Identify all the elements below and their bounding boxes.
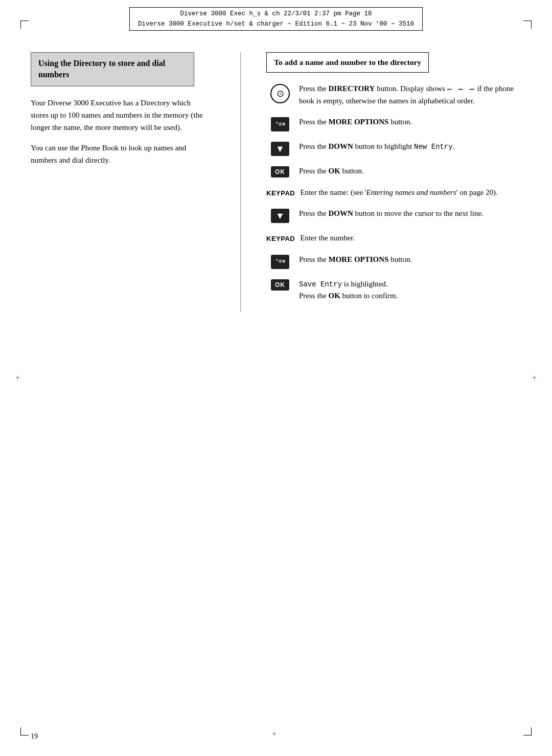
text-cell-8: Press the MORE OPTIONS button.: [299, 254, 521, 265]
instruction-row-8: '≡+ Press the MORE OPTIONS button.: [266, 254, 521, 269]
down-arrow-icon-1: ▼: [271, 142, 289, 156]
icon-cell-9: OK: [266, 278, 294, 291]
page-number: 19: [31, 732, 38, 741]
instruction-row-2: '≡+ Press the MORE OPTIONS button.: [266, 116, 521, 131]
dashes: — — —: [447, 83, 475, 95]
ok-icon-1: OK: [271, 166, 289, 177]
left-section-title: Using the Directory to store and dial nu…: [31, 52, 194, 86]
side-cross-left: +: [15, 373, 20, 383]
instruction-row-3: ▼ Press the DOWN button to highlight New…: [266, 141, 521, 156]
column-divider: [240, 52, 241, 312]
text-cell-3: Press the DOWN button to highlight New E…: [299, 141, 521, 153]
instruction-row-1: ⊙ Press the DIRECTORY button. Display sh…: [266, 83, 521, 107]
right-section-title: To add a name and number to the director…: [266, 52, 429, 73]
left-para2: You can use the Phone Book to look up na…: [31, 142, 210, 166]
corner-mark-tr: [523, 20, 532, 29]
left-para1: Your Diverse 3000 Executive has a Direct…: [31, 97, 210, 134]
corner-mark-bl: [20, 727, 29, 736]
icon-cell-8: '≡+: [266, 254, 294, 269]
text-cell-9: Save Entry is highlighted. Press the OK …: [299, 278, 521, 302]
more-options-icon-2: '≡+: [271, 255, 289, 269]
corner-mark-tl: [20, 20, 29, 29]
instruction-row-4: OK Press the OK button.: [266, 165, 521, 177]
text-cell-4: Press the OK button.: [299, 165, 521, 177]
down-arrow-icon-2: ▼: [271, 209, 289, 223]
text-cell-2: Press the MORE OPTIONS button.: [299, 116, 521, 128]
header-line1: Diverse 3000 Exec h_s & ch 22/3/01 2:37 …: [31, 7, 521, 32]
icon-cell-3: ▼: [266, 141, 294, 156]
italic-entering: Entering names and numbers: [366, 188, 456, 196]
icon-cell-5: KEYPAD: [266, 187, 295, 197]
bold-ok-2: OK: [329, 292, 340, 300]
instruction-row-9: OK Save Entry is highlighted. Press the …: [266, 278, 521, 302]
bold-more-1: MORE OPTIONS: [329, 118, 389, 126]
header-line2-text: Diverse 3000 Executive h/set & charger ~…: [138, 20, 414, 28]
bold-ok-1: OK: [329, 167, 340, 175]
text-cell-6: Press the DOWN button to move the cursor…: [299, 208, 521, 219]
ok-icon-2: OK: [271, 279, 289, 291]
instruction-row-6: ▼ Press the DOWN button to move the curs…: [266, 208, 521, 223]
icon-cell-7: KEYPAD: [266, 232, 295, 242]
bold-down-1: DOWN: [329, 142, 353, 150]
left-column: Using the Directory to store and dial nu…: [31, 52, 220, 312]
corner-mark-br: [523, 727, 532, 736]
header-area: Diverse 3000 Exec h_s & ch 22/3/01 2:37 …: [0, 0, 552, 32]
directory-icon: ⊙: [270, 84, 290, 103]
bold-more-2: MORE OPTIONS: [329, 255, 389, 263]
keypad-icon-1: KEYPAD: [266, 188, 295, 197]
icon-cell-4: OK: [266, 165, 294, 177]
instruction-row-5: KEYPAD Enter the name: (see 'Entering na…: [266, 187, 521, 198]
save-entry-text: Save Entry: [299, 280, 342, 288]
text-cell-5: Enter the name: (see 'Entering names and…: [300, 187, 521, 198]
header-line1-text: Diverse 3000 Exec h_s & ch 22/3/01 2:37 …: [180, 10, 372, 17]
center-cross-bottom: [272, 729, 280, 738]
left-title-text: Using the Directory to store and dial nu…: [38, 59, 165, 79]
header-box: Diverse 3000 Exec h_s & ch 22/3/01 2:37 …: [129, 7, 423, 31]
more-options-icon-1: '≡+: [271, 117, 289, 131]
keypad-icon-2: KEYPAD: [266, 233, 295, 242]
right-column: To add a name and number to the director…: [261, 52, 521, 312]
side-cross-right: +: [532, 373, 537, 383]
bold-down-2: DOWN: [329, 209, 353, 217]
icon-cell-2: '≡+: [266, 116, 294, 131]
text-cell-1: Press the DIRECTORY button. Display show…: [299, 83, 521, 107]
text-cell-7: Enter the number.: [300, 232, 521, 244]
instruction-row-7: KEYPAD Enter the number.: [266, 232, 521, 244]
main-content: Using the Directory to store and dial nu…: [0, 32, 552, 332]
icon-cell-6: ▼: [266, 208, 294, 223]
new-entry-text: New Entry: [414, 143, 453, 151]
bold-directory: DIRECTORY: [329, 84, 375, 93]
icon-cell-1: ⊙: [266, 83, 294, 103]
right-title-text: To add a name and number to the director…: [274, 58, 421, 66]
